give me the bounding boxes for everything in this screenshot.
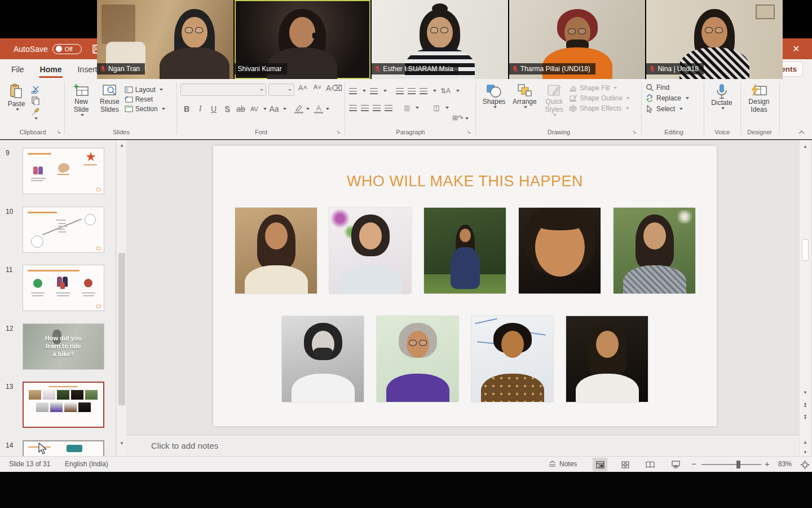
increase-indent-button[interactable] (408, 88, 416, 94)
notes-placeholder[interactable]: Click to add notes (151, 441, 218, 450)
align-right-button[interactable] (373, 105, 381, 111)
video-tile-shivani-kumar[interactable]: Shivani Kumar (235, 0, 371, 79)
scroll-up-icon[interactable]: ▲ (118, 141, 126, 149)
font-dialog-launcher[interactable]: ⇘ (336, 129, 341, 135)
design-ideas-button[interactable]: Design Ideas (742, 81, 776, 125)
collapse-ribbon-button[interactable] (800, 130, 805, 135)
align-center-button[interactable] (361, 105, 369, 111)
zoom-in-button[interactable]: + (765, 459, 770, 468)
autosave-control[interactable]: AutoSave Off (14, 44, 82, 54)
dictate-button[interactable]: Dictate (706, 81, 738, 125)
drawing-dialog-launcher[interactable]: ⇘ (632, 129, 637, 135)
change-case-button[interactable]: Aa (268, 104, 280, 113)
scrollbar-thumb[interactable] (118, 253, 125, 405)
layout-button[interactable]: Layout (125, 86, 165, 94)
notes-scroll-up-icon[interactable]: ▲ (801, 438, 809, 446)
columns-button[interactable]: ▥ (404, 104, 410, 112)
smartart-chevron-icon (465, 117, 469, 120)
quick-styles-button[interactable]: Quick Styles (541, 81, 567, 125)
reset-button[interactable]: Reset (125, 95, 165, 103)
font-name-combo[interactable] (180, 84, 266, 96)
text-shadow-button[interactable]: S (221, 104, 233, 113)
italic-button[interactable]: I (194, 104, 206, 113)
shapes-button[interactable]: Shapes (480, 81, 508, 125)
zoom-out-button[interactable]: − (691, 459, 696, 468)
shape-fill-button[interactable]: Shape Fill (569, 84, 630, 92)
previous-slide-button[interactable]: ▲▲ (801, 401, 809, 409)
bold-button[interactable]: B (180, 104, 193, 113)
line-spacing-chevron-icon (433, 90, 436, 92)
numbering-button[interactable] (370, 88, 378, 94)
replace-button[interactable]: Replace (646, 94, 702, 102)
participant-name: Tharma Pillai (UNDI18) (520, 65, 590, 73)
arrange-button[interactable]: Arrange (510, 81, 539, 125)
justify-button[interactable] (385, 105, 392, 111)
shape-fill-icon (569, 85, 577, 92)
bullets-button[interactable] (349, 88, 357, 94)
strikethrough-button[interactable]: ab (235, 104, 247, 113)
scroll-down-icon[interactable]: ▼ (801, 388, 809, 396)
text-direction-button[interactable]: ⇅A (440, 87, 451, 95)
scroll-up-icon[interactable]: ▲ (801, 142, 809, 150)
reading-view-button[interactable] (643, 458, 657, 471)
new-slide-button[interactable]: New Slide (68, 81, 95, 125)
slide-canvas[interactable]: WHO WILL MAKE THIS HAPPEN (213, 146, 717, 426)
underline-button[interactable]: U (208, 104, 220, 113)
align-text-button[interactable]: ◫ (433, 104, 439, 112)
decrease-indent-button[interactable] (396, 88, 404, 94)
video-tile-esther[interactable]: Esther I SUARAM Msia (372, 0, 508, 79)
slide-sorter-view-button[interactable] (618, 458, 633, 471)
fit-slide-to-window-button[interactable] (797, 458, 812, 471)
character-spacing-button[interactable]: AV (248, 106, 261, 112)
notes-scroll-down-icon[interactable]: ▼ (801, 448, 809, 456)
clipboard-dialog-launcher[interactable]: ⇘ (56, 129, 61, 135)
slideshow-view-button[interactable] (668, 458, 683, 471)
zoom-slider-track[interactable] (701, 464, 761, 465)
video-tile-nina[interactable]: Nina | Undi18 (646, 0, 783, 79)
zoom-slider-thumb[interactable] (736, 461, 740, 468)
scrollbar-thumb[interactable] (802, 239, 809, 261)
smartart-button[interactable]: ⊞↷ (452, 114, 469, 122)
clear-formatting-button[interactable]: A⌫ (326, 84, 338, 96)
paste-button[interactable]: Paste (3, 81, 29, 125)
highlight-color-button[interactable] (294, 104, 303, 113)
decrease-font-size-button[interactable]: A˅ (311, 84, 324, 96)
zoom-level[interactable]: 83% (778, 460, 792, 468)
copy-button[interactable] (31, 97, 40, 105)
ribbon: Paste Clipboard ⇘ New Slide Reuse Slide (0, 79, 812, 139)
format-painter-button[interactable] (31, 108, 40, 116)
close-window-button[interactable]: ✕ (786, 40, 806, 57)
reuse-slides-button[interactable]: Reuse Slides (96, 81, 122, 125)
tab-home[interactable]: Home (32, 59, 70, 79)
replace-chevron-icon (686, 97, 689, 99)
video-tile-tharma-pillai[interactable]: Tharma Pillai (UNDI18) (509, 0, 646, 79)
shape-outline-button[interactable]: Shape Outline (569, 94, 630, 102)
autosave-toggle[interactable]: Off (52, 44, 82, 54)
language-indicator[interactable]: English (India) (65, 460, 108, 468)
group-editing: Find Replace Select Editing (646, 81, 702, 135)
find-icon (646, 84, 654, 91)
select-button[interactable]: Select (646, 105, 702, 113)
thumbnail-scrollbar[interactable]: ▲ ▼ (116, 140, 126, 456)
notes-toggle-button[interactable]: Notes (548, 460, 577, 468)
increase-font-size-button[interactable]: A˄ (297, 84, 309, 96)
normal-view-button[interactable] (593, 458, 607, 471)
tab-file[interactable]: File (3, 59, 32, 79)
copy-chevron-icon[interactable] (34, 117, 38, 120)
next-slide-button[interactable]: ▼▼ (801, 413, 809, 421)
video-tile-ngan-tran[interactable]: Ngan Tran (97, 0, 233, 79)
toggle-knob (56, 46, 62, 52)
shape-effects-button[interactable]: Shape Effects (569, 104, 630, 112)
scroll-down-icon[interactable]: ▼ (118, 439, 126, 447)
notes-pane[interactable]: Click to add notes (126, 435, 799, 456)
font-color-button[interactable]: A (314, 105, 323, 113)
slide-indicator[interactable]: Slide 13 of 31 (9, 460, 50, 468)
paragraph-dialog-launcher[interactable]: ⇘ (466, 129, 471, 135)
section-button[interactable]: Section (125, 105, 165, 113)
font-size-combo[interactable] (268, 84, 294, 96)
find-button[interactable]: Find (646, 84, 702, 91)
line-spacing-button[interactable] (420, 88, 427, 94)
align-left-button[interactable] (349, 105, 357, 111)
slide-area-scrollbar[interactable]: ▲ ▼ ▲▲ ▼▼ ▲ ▼ (799, 140, 811, 456)
cut-button[interactable] (31, 86, 40, 94)
